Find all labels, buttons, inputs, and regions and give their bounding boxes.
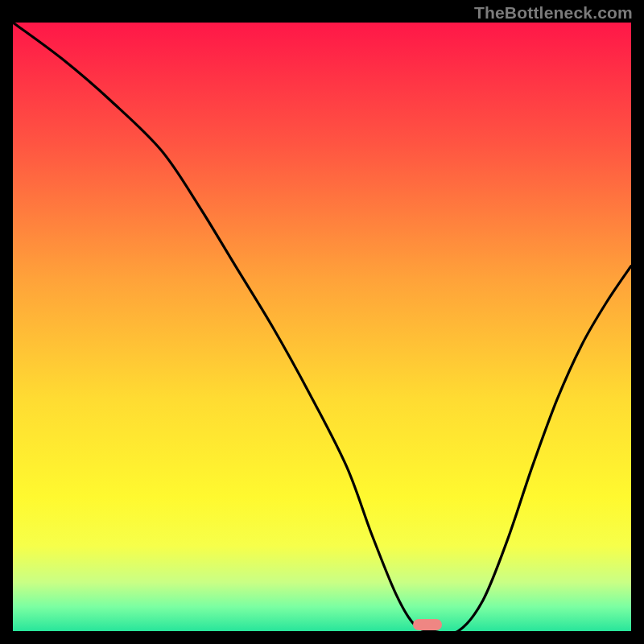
curve-layer xyxy=(13,23,631,631)
watermark-text: TheBottleneck.com xyxy=(474,3,633,23)
plot-area xyxy=(13,23,631,631)
chart-frame: TheBottleneck.com xyxy=(0,0,644,644)
optimal-marker xyxy=(413,619,442,630)
bottleneck-curve-path xyxy=(13,23,631,631)
